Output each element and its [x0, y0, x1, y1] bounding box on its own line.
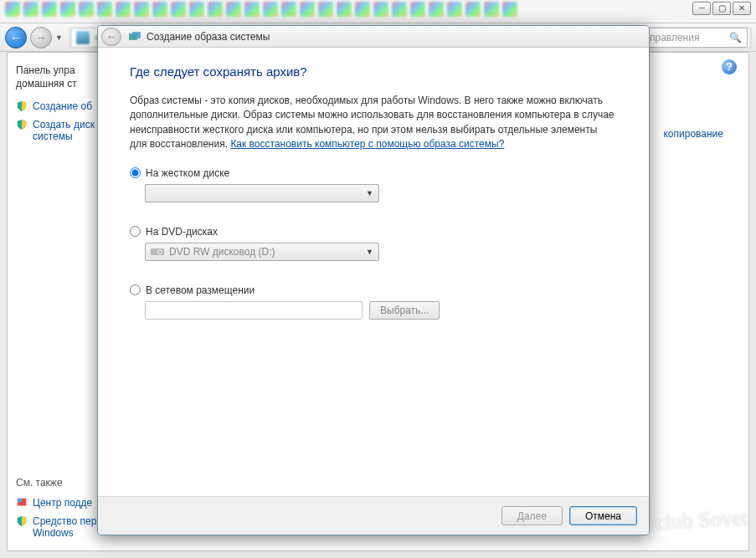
chevron-down-icon: ▼ [366, 248, 373, 256]
radio-network[interactable] [130, 284, 141, 295]
svg-point-6 [159, 251, 161, 253]
radio-dvd[interactable] [130, 226, 141, 237]
option-harddisk: На жестком диске ▼ [130, 167, 617, 202]
svg-rect-3 [132, 32, 141, 38]
dvd-dropdown[interactable]: DVD RW дисковод (D:) ▼ [145, 243, 379, 261]
dialog-body: Где следует сохранять архив? Образ систе… [98, 48, 649, 496]
cancel-button[interactable]: Отмена [569, 506, 637, 525]
wizard-description: Образ системы - это копия дисков, необхо… [130, 94, 617, 152]
system-image-wizard: ✕ ← Создание образа системы Где следует … [97, 25, 650, 535]
option-network: В сетевом размещении Выбрать... [130, 284, 617, 320]
dialog-footer: Далее Отмена [98, 496, 649, 535]
control-panel-icon [76, 31, 90, 44]
browse-button[interactable]: Выбрать... [369, 301, 440, 320]
wizard-icon [128, 30, 141, 44]
help-icon[interactable]: ? [722, 59, 737, 74]
radio-harddisk-label[interactable]: На жестком диске [146, 167, 229, 179]
restore-help-link[interactable]: Как восстановить компьютер с помощью обр… [230, 138, 504, 150]
radio-dvd-label[interactable]: На DVD-дисках [146, 226, 218, 238]
dvd-drive-icon [151, 246, 164, 258]
dvd-selected: DVD RW дисковод (D:) [169, 246, 275, 258]
flag-icon [16, 497, 28, 509]
network-path-input[interactable] [145, 301, 363, 320]
shield-icon [16, 119, 28, 131]
chevron-down-icon: ▼ [366, 189, 373, 197]
wizard-back-button[interactable]: ← [101, 28, 121, 46]
maximize-button[interactable]: ▢ [712, 2, 731, 15]
right-panel-link[interactable]: копирование [663, 128, 723, 140]
shield-icon [16, 515, 28, 527]
next-button[interactable]: Далее [501, 506, 563, 525]
browser-toolbar: ─ ▢ ✕ [0, 0, 756, 23]
radio-network-label[interactable]: В сетевом размещении [146, 284, 255, 296]
minimize-button[interactable]: ─ [692, 2, 711, 15]
nav-history-dropdown[interactable]: ▼ [55, 27, 67, 49]
search-placeholder: управления [645, 32, 699, 44]
search-input[interactable]: управления 🔍 [639, 28, 748, 48]
shield-icon [16, 100, 28, 112]
search-icon: 🔍 [729, 32, 742, 44]
dialog-title: Создание образа системы [147, 31, 270, 43]
nav-back-button[interactable]: ← [5, 27, 27, 49]
harddisk-dropdown[interactable]: ▼ [145, 184, 379, 202]
svg-rect-1 [18, 499, 22, 502]
close-window-button[interactable]: ✕ [733, 2, 751, 15]
nav-forward-button[interactable]: → [30, 27, 52, 49]
option-dvd: На DVD-дисках DVD RW дисковод (D:) ▼ [130, 226, 617, 261]
dialog-titlebar: ← Создание образа системы [98, 26, 649, 48]
wizard-heading: Где следует сохранять архив? [130, 64, 617, 79]
radio-harddisk[interactable] [130, 167, 141, 178]
